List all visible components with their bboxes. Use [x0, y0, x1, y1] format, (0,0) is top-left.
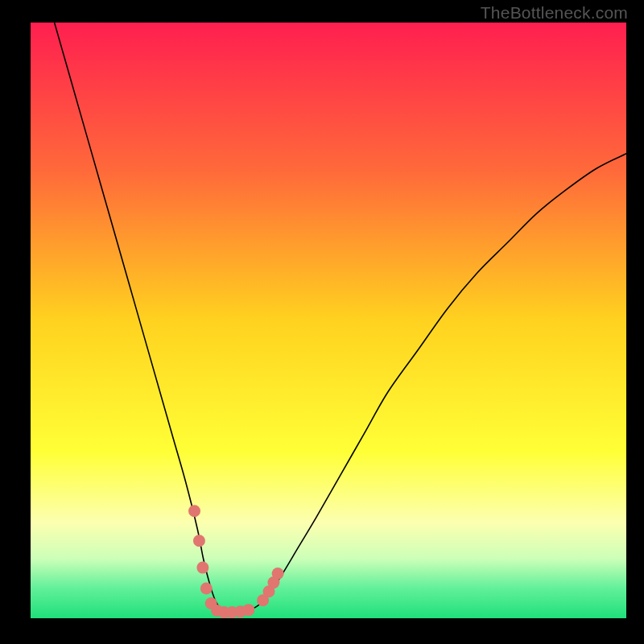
highlight-dot	[272, 568, 284, 580]
highlight-dot	[200, 583, 213, 595]
plot-area	[31, 23, 626, 618]
highlight-dot	[188, 505, 200, 517]
highlight-dot	[196, 562, 208, 574]
gradient-background	[31, 23, 626, 618]
highlight-dot	[242, 604, 254, 616]
chart-frame: TheBottleneck.com	[0, 0, 644, 644]
chart-svg	[31, 23, 626, 618]
highlight-dot	[193, 535, 205, 547]
attribution-text: TheBottleneck.com	[481, 3, 628, 23]
